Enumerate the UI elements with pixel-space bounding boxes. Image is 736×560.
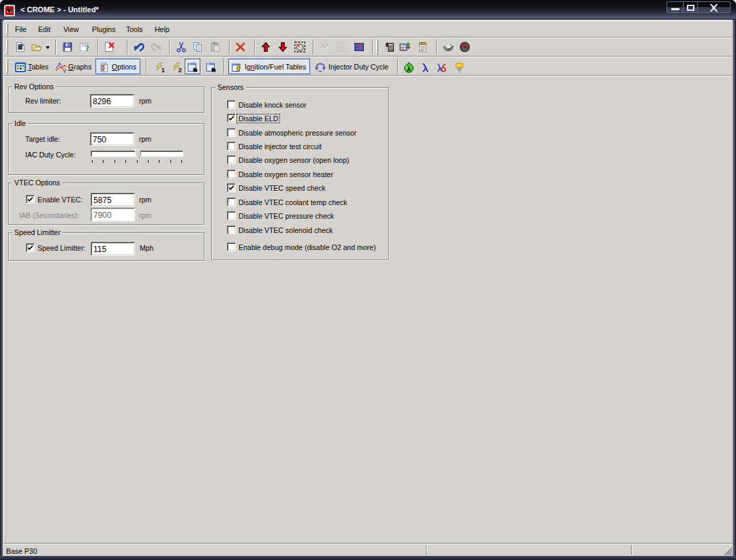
svg-text:1: 1: [189, 63, 190, 65]
svg-text:2: 2: [179, 67, 182, 73]
svg-text:1: 1: [162, 67, 165, 73]
svg-text:?: ?: [85, 43, 90, 53]
svg-text:2: 2: [207, 63, 209, 65]
